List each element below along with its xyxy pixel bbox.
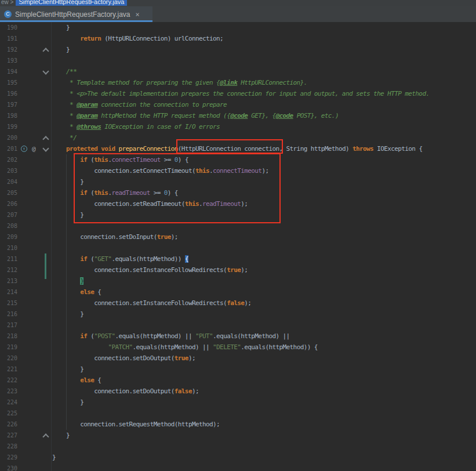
gutter-cell[interactable]: 203 bbox=[0, 165, 51, 176]
code-line[interactable] bbox=[51, 242, 52, 253]
code-line[interactable] bbox=[51, 463, 52, 471]
code-line[interactable]: } bbox=[51, 22, 70, 33]
code-line[interactable]: connection.setReadTimeout(this.readTimeo… bbox=[51, 198, 248, 209]
gutter-cell[interactable]: 221 bbox=[0, 364, 51, 375]
gutter-cell[interactable]: 229 bbox=[0, 452, 51, 463]
line-number[interactable]: 216 bbox=[2, 309, 17, 320]
line-number[interactable]: 221 bbox=[2, 364, 17, 375]
gutter-cell[interactable]: 230 bbox=[0, 463, 51, 471]
gutter-cell[interactable]: 217 bbox=[0, 320, 51, 331]
fold-up-icon[interactable] bbox=[42, 433, 49, 440]
line-number[interactable]: 201 bbox=[2, 143, 17, 154]
line-number[interactable]: 230 bbox=[2, 463, 17, 471]
gutter-cell[interactable]: 190 bbox=[0, 22, 51, 33]
gutter-cell[interactable]: 208 bbox=[0, 220, 51, 231]
gutter-cell[interactable]: 194 bbox=[0, 66, 51, 77]
gutter-cell[interactable]: 220 bbox=[0, 353, 51, 364]
code-line[interactable]: if (this.readTimeout >= 0) { bbox=[51, 187, 178, 198]
line-number[interactable]: 211 bbox=[2, 253, 17, 265]
code-line[interactable]: connection.setRequestMethod(httpMethod); bbox=[51, 419, 220, 430]
gutter-cell[interactable]: 210 bbox=[0, 242, 51, 253]
gutter-cell[interactable]: 195 bbox=[0, 77, 51, 88]
gutter-cell[interactable]: 212 bbox=[0, 265, 51, 276]
code-line[interactable]: } bbox=[51, 397, 83, 408]
code-line[interactable] bbox=[51, 320, 52, 331]
gutter-cell[interactable]: 213 bbox=[0, 276, 51, 287]
line-number[interactable]: 220 bbox=[2, 353, 17, 364]
line-number[interactable]: 190 bbox=[2, 22, 17, 33]
fold-down-icon[interactable] bbox=[42, 145, 49, 151]
code-line[interactable]: if ("GET".equals(httpMethod)) { bbox=[51, 253, 188, 265]
gutter-cell[interactable]: 226 bbox=[0, 419, 51, 430]
code-line[interactable]: /** bbox=[51, 66, 77, 77]
gutter-cell[interactable]: 209 bbox=[0, 231, 51, 242]
gutter-cell[interactable]: 219 bbox=[0, 342, 51, 353]
line-number[interactable]: 218 bbox=[2, 331, 17, 342]
code-line[interactable]: } bbox=[51, 176, 83, 187]
gutter-cell[interactable]: 200 bbox=[0, 132, 51, 143]
gutter-cell[interactable]: 206 bbox=[0, 198, 51, 209]
code-line[interactable] bbox=[51, 441, 52, 452]
line-number[interactable]: 210 bbox=[2, 242, 17, 253]
line-number[interactable]: 227 bbox=[2, 430, 17, 441]
gutter-cell[interactable]: 196 bbox=[0, 88, 51, 99]
gutter-cell[interactable]: 215 bbox=[0, 298, 51, 309]
line-number[interactable]: 198 bbox=[2, 110, 17, 121]
gutter-cell[interactable]: 191 bbox=[0, 33, 51, 44]
gutter-cell[interactable]: 193 bbox=[0, 55, 51, 66]
code-line[interactable] bbox=[51, 408, 52, 419]
line-number[interactable]: 223 bbox=[2, 386, 17, 397]
line-number[interactable]: 191 bbox=[2, 33, 17, 44]
gutter-cell[interactable]: 202 bbox=[0, 154, 51, 165]
gutter-cell[interactable]: 211 bbox=[0, 253, 51, 265]
gutter-cell[interactable]: 198 bbox=[0, 110, 51, 121]
code-line[interactable]: } bbox=[51, 209, 83, 220]
editor-tab-active[interactable]: C SimpleClientHttpRequestFactory.java × bbox=[0, 6, 152, 22]
line-number[interactable]: 208 bbox=[2, 220, 17, 231]
code-line[interactable]: connection.setInstanceFollowRedirects(fa… bbox=[51, 298, 251, 309]
gutter-cell[interactable]: 223 bbox=[0, 386, 51, 397]
code-line[interactable]: connection.setDoOutput(true); bbox=[51, 353, 195, 364]
line-number[interactable]: 192 bbox=[2, 44, 17, 55]
code-line[interactable]: connection.setDoInput(true); bbox=[51, 231, 178, 242]
override-method-icon[interactable]: ↑ bbox=[21, 146, 27, 152]
code-editor[interactable]: 190 }191 return (HttpURLConnection) urlC… bbox=[0, 22, 476, 471]
code-line[interactable]: } bbox=[51, 364, 83, 375]
line-number[interactable]: 209 bbox=[2, 231, 17, 242]
line-number[interactable]: 199 bbox=[2, 121, 17, 132]
code-line[interactable]: */ bbox=[51, 132, 77, 143]
line-number[interactable]: 224 bbox=[2, 397, 17, 408]
code-line[interactable]: return (HttpURLConnection) urlConnection… bbox=[51, 33, 223, 44]
gutter-cell[interactable]: 218 bbox=[0, 331, 51, 342]
line-number[interactable]: 226 bbox=[2, 419, 17, 430]
gutter-cell[interactable]: 228 bbox=[0, 441, 51, 452]
gutter-cell[interactable]: 204 bbox=[0, 176, 51, 187]
line-number[interactable]: 193 bbox=[2, 55, 17, 66]
line-number[interactable]: 219 bbox=[2, 342, 17, 353]
code-line[interactable] bbox=[51, 55, 52, 66]
code-line[interactable]: connection.setDoOutput(false); bbox=[51, 386, 199, 397]
gutter-cell[interactable]: 224 bbox=[0, 397, 51, 408]
gutter-cell[interactable]: 192 bbox=[0, 44, 51, 55]
gutter-cell[interactable]: 205 bbox=[0, 187, 51, 198]
line-number[interactable]: 204 bbox=[2, 176, 17, 187]
gutter-cell[interactable]: 214 bbox=[0, 287, 51, 298]
line-number[interactable]: 195 bbox=[2, 77, 17, 88]
line-number[interactable]: 215 bbox=[2, 298, 17, 309]
fold-down-icon[interactable] bbox=[42, 68, 49, 74]
code-line[interactable]: "PATCH".equals(httpMethod) || "DELETE".e… bbox=[51, 342, 318, 353]
line-number[interactable]: 228 bbox=[2, 441, 17, 452]
tab-close-icon[interactable]: × bbox=[136, 11, 140, 18]
line-number[interactable]: 197 bbox=[2, 99, 17, 110]
code-line[interactable]: * @param httpMethod the HTTP request met… bbox=[51, 110, 339, 121]
line-number[interactable]: 213 bbox=[2, 276, 17, 287]
gutter-cell[interactable]: 199 bbox=[0, 121, 51, 132]
line-number[interactable]: 196 bbox=[2, 88, 17, 99]
code-line[interactable]: * @throws IOException in case of I/O err… bbox=[51, 121, 220, 132]
code-line[interactable]: } bbox=[51, 309, 83, 320]
gutter-cell[interactable]: 197 bbox=[0, 99, 51, 110]
gutter-cell[interactable]: 222 bbox=[0, 375, 51, 386]
line-number[interactable]: 217 bbox=[2, 320, 17, 331]
line-number[interactable]: 212 bbox=[2, 265, 17, 276]
code-line[interactable]: } bbox=[51, 452, 56, 463]
